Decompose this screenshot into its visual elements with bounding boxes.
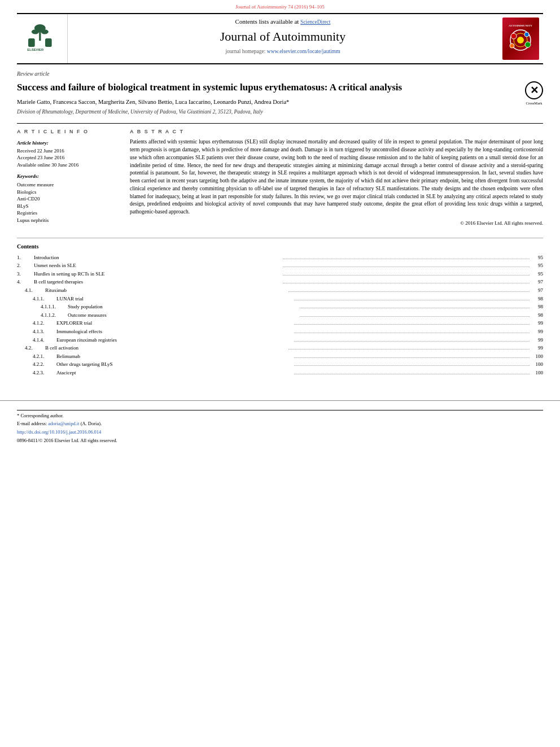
toc-num: 4.: [17, 278, 34, 286]
page: Journal of Autoimmunity 74 (2016) 94–105…: [0, 0, 560, 747]
toc-dots: [300, 303, 530, 308]
toc-num: 4.2.: [25, 344, 45, 352]
title-row: Success and failure of biological treatm…: [17, 81, 543, 94]
toc-num: 4.2.3.: [33, 369, 56, 377]
toc-dots: [283, 262, 530, 267]
science-direct-link[interactable]: ScienceDirect: [300, 19, 330, 25]
article-history-group: Article history: Received 22 June 2016 A…: [17, 138, 119, 168]
email-link[interactable]: adoria@unipd.it: [48, 421, 79, 426]
keywords-label: Keywords:: [17, 173, 119, 180]
toc-dots: [294, 369, 530, 374]
toc-num: 4.1.4.: [33, 337, 56, 344]
toc-num: 4.1.: [25, 287, 45, 294]
toc-page: 98: [532, 295, 543, 303]
toc-page: 98: [532, 303, 543, 311]
svg-point-9: [517, 37, 524, 43]
toc-num: 3.: [17, 270, 34, 278]
toc-dots: [294, 361, 530, 366]
toc-dots: [294, 337, 530, 342]
toc-label: Hurdles in setting up RCTs in SLE: [34, 270, 281, 278]
cover-decoration: [505, 28, 536, 53]
article-body: Review article Success and failure of bi…: [0, 64, 560, 389]
svg-rect-4: [28, 38, 35, 47]
keyword-4: BLyS: [17, 203, 119, 210]
toc-dots: [294, 353, 530, 358]
journal-homepage: journal homepage: www.elsevier.com/locat…: [73, 48, 492, 55]
contents-title: Contents: [17, 243, 543, 251]
toc-page: 95: [532, 270, 543, 278]
keyword-2: Biologics: [17, 189, 119, 196]
svg-rect-5: [45, 38, 52, 47]
top-journal-bar: Journal of Autoimmunity 74 (2016) 94–105: [0, 0, 560, 13]
toc-page: 99: [532, 320, 543, 327]
toc-page: 97: [532, 287, 543, 294]
toc-item: 4.2.3. Atacicept 100: [17, 369, 543, 377]
toc-page: 100: [532, 369, 543, 377]
top-journal-text: Journal of Autoimmunity 74 (2016) 94–105: [235, 4, 325, 10]
abstract-text: Patients affected with systemic lupus er…: [130, 138, 543, 216]
toc-label: Belimumab: [56, 353, 292, 360]
toc-item: 4.2. B cell activation 99: [17, 344, 543, 352]
email-line: E-mail address: adoria@unipd.it (A. Dori…: [17, 421, 543, 427]
toc-label: Immunological effects: [56, 328, 292, 335]
elsevier-logo-svg: ELSEVIER: [23, 24, 62, 53]
header: ELSEVIER Contents lists available at Sci…: [17, 13, 543, 64]
toc-num: 4.1.1.: [33, 295, 56, 303]
header-center: Contents lists available at ScienceDirec…: [68, 14, 498, 63]
contents-section: Contents 1. Introduction 95 2. Unmet nee…: [17, 238, 543, 377]
toc-label: Outcome measures: [68, 312, 298, 319]
toc-label: B cell targeted therapies: [34, 278, 281, 286]
toc-item: 4.1.1.2. Outcome measures 98: [17, 312, 543, 319]
toc-item: 4.1.2. EXPLORER trial 99: [17, 320, 543, 327]
available-text: Available online 30 June 2016: [17, 161, 119, 169]
homepage-link[interactable]: www.elsevier.com/locate/jautimm: [267, 49, 340, 54]
abstract-header: A B S T R A C T: [130, 128, 543, 136]
history-label: Article history:: [17, 140, 49, 146]
toc-item: 2. Unmet needs in SLE 95: [17, 262, 543, 269]
toc-num: 4.2.1.: [33, 353, 56, 360]
toc-dots: [294, 328, 530, 333]
svg-point-3: [41, 29, 48, 34]
toc-item: 1. Introduction 95: [17, 254, 543, 261]
keyword-6: Lupus nephritis: [17, 217, 119, 224]
crossmark-badge: ✕ CrossMark: [525, 81, 543, 106]
toc-page: 100: [532, 353, 543, 360]
received-text: Received 22 June 2016: [17, 147, 119, 155]
toc-item: 4. B cell targeted therapies 97: [17, 278, 543, 286]
toc-item: 3. Hurdles in setting up RCTs in SLE 95: [17, 270, 543, 278]
toc-num: 4.1.1.2.: [41, 312, 68, 319]
toc-label: European rituximab registries: [56, 337, 292, 344]
toc-label: Other drugs targeting BLyS: [56, 361, 292, 368]
crossmark-x: ✕: [530, 85, 539, 95]
doi-link[interactable]: http://dx.doi.org/10.1016/j.jaut.2016.06…: [17, 429, 543, 436]
toc-num: 4.2.2.: [33, 361, 56, 368]
article-info-column: A R T I C L E I N F O Article history: R…: [17, 128, 119, 229]
svg-point-10: [511, 33, 517, 39]
science-direct-prefix: Contents lists available at: [235, 18, 299, 25]
footer: * Corresponding author. E-mail address: …: [0, 400, 560, 451]
toc-num: 4.1.2.: [33, 320, 56, 327]
article-info-header: A R T I C L E I N F O: [17, 128, 119, 136]
toc-dots: [294, 320, 530, 325]
toc-label: Introduction: [34, 254, 281, 261]
affiliation: Division of Rheumatology, Department of …: [17, 108, 543, 116]
elsevier-logo-container: ELSEVIER: [17, 14, 68, 63]
svg-text:ELSEVIER: ELSEVIER: [27, 48, 44, 51]
svg-point-12: [525, 42, 531, 47]
toc-list: 1. Introduction 95 2. Unmet needs in SLE…: [17, 254, 543, 377]
toc-dots: [283, 278, 530, 283]
toc-dots: [294, 295, 530, 300]
toc-item: 4.2.2. Other drugs targeting BLyS 100: [17, 361, 543, 368]
toc-label: EXPLORER trial: [56, 320, 292, 327]
revised-text: Accepted 23 June 2016: [17, 154, 119, 161]
toc-num: 4.1.3.: [33, 328, 56, 335]
toc-item: 4.1.1. LUNAR trial 98: [17, 295, 543, 303]
toc-item: 4.1. Rituximab 97: [17, 287, 543, 294]
keyword-5: Registries: [17, 209, 119, 217]
corresponding-star: * Corresponding author.: [17, 413, 63, 418]
issn-line: 0896-8411/© 2016 Elsevier Ltd. All right…: [17, 438, 543, 444]
journal-title: Journal of Autoimmunity: [73, 28, 492, 46]
footer-divider: [17, 410, 543, 410]
toc-page: 99: [532, 344, 543, 352]
divider-1: [17, 123, 543, 124]
